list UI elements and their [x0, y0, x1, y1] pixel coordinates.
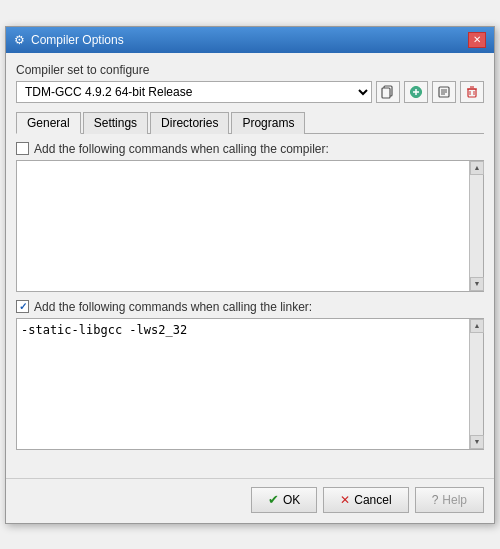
compiler-section-header: Add the following commands when calling … — [16, 142, 484, 156]
ok-button[interactable]: ✔ OK — [251, 487, 317, 513]
compiler-select[interactable]: TDM-GCC 4.9.2 64-bit Release — [16, 81, 372, 103]
compiler-section: Add the following commands when calling … — [16, 142, 484, 292]
compiler-scrollbar[interactable]: ▲ ▼ — [469, 161, 483, 291]
linker-section: Add the following commands when calling … — [16, 300, 484, 450]
svg-rect-9 — [468, 89, 476, 97]
linker-scroll-track — [470, 333, 483, 435]
linker-scrollbar[interactable]: ▲ ▼ — [469, 319, 483, 449]
rename-icon — [437, 85, 451, 99]
compiler-section-label: Add the following commands when calling … — [34, 142, 329, 156]
compiler-options-dialog: ⚙ Compiler Options ✕ Compiler set to con… — [5, 26, 495, 524]
ok-label: OK — [283, 493, 300, 507]
dialog-footer: ✔ OK ✕ Cancel ? Help — [6, 478, 494, 523]
delete-compiler-button[interactable] — [460, 81, 484, 103]
title-bar-left: ⚙ Compiler Options — [14, 33, 124, 47]
tab-content-general: Add the following commands when calling … — [16, 140, 484, 460]
help-label: Help — [442, 493, 467, 507]
dialog-title: Compiler Options — [31, 33, 124, 47]
title-bar: ⚙ Compiler Options ✕ — [6, 27, 494, 53]
delete-icon — [465, 85, 479, 99]
linker-section-header: Add the following commands when calling … — [16, 300, 484, 314]
compiler-textarea[interactable] — [17, 161, 469, 291]
linker-section-label: Add the following commands when calling … — [34, 300, 312, 314]
scroll-track — [470, 175, 483, 277]
tab-general[interactable]: General — [16, 112, 81, 134]
tabs-bar: General Settings Directories Programs — [16, 111, 484, 134]
copy-icon — [381, 85, 395, 99]
tab-directories[interactable]: Directories — [150, 112, 229, 134]
compiler-checkbox[interactable] — [16, 142, 29, 155]
help-button[interactable]: ? Help — [415, 487, 484, 513]
add-icon — [409, 85, 423, 99]
tab-settings[interactable]: Settings — [83, 112, 148, 134]
scroll-up-arrow[interactable]: ▲ — [470, 161, 484, 175]
cancel-button[interactable]: ✕ Cancel — [323, 487, 408, 513]
add-compiler-button[interactable] — [404, 81, 428, 103]
dialog-body: Compiler set to configure TDM-GCC 4.9.2 … — [6, 53, 494, 470]
compiler-select-row: TDM-GCC 4.9.2 64-bit Release — [16, 81, 484, 103]
compiler-set-label: Compiler set to configure — [16, 63, 484, 77]
linker-checkbox[interactable] — [16, 300, 29, 313]
close-button[interactable]: ✕ — [468, 32, 486, 48]
tab-programs[interactable]: Programs — [231, 112, 305, 134]
rename-compiler-button[interactable] — [432, 81, 456, 103]
cancel-icon: ✕ — [340, 493, 350, 507]
copy-compiler-button[interactable] — [376, 81, 400, 103]
dialog-icon: ⚙ — [14, 33, 25, 47]
ok-icon: ✔ — [268, 492, 279, 507]
linker-scroll-down-arrow[interactable]: ▼ — [470, 435, 484, 449]
title-bar-controls: ✕ — [468, 32, 486, 48]
scroll-down-arrow[interactable]: ▼ — [470, 277, 484, 291]
linker-textarea-wrapper: ▲ ▼ — [16, 318, 484, 450]
svg-rect-1 — [382, 88, 390, 98]
linker-textarea[interactable] — [17, 319, 469, 449]
help-icon: ? — [432, 493, 439, 507]
cancel-label: Cancel — [354, 493, 391, 507]
linker-scroll-up-arrow[interactable]: ▲ — [470, 319, 484, 333]
compiler-textarea-wrapper: ▲ ▼ — [16, 160, 484, 292]
